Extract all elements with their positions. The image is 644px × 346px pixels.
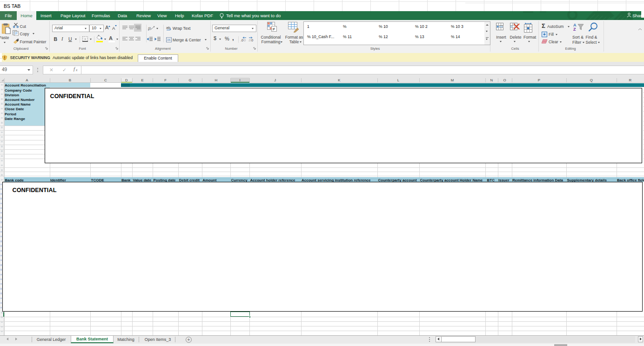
svg-text:.0: .0 xyxy=(241,38,243,42)
svg-text:ab: ab xyxy=(148,26,152,31)
svg-text:.0: .0 xyxy=(248,38,251,42)
svg-text:0: 0 xyxy=(244,38,246,42)
svg-text:≠: ≠ xyxy=(273,27,275,32)
svg-text:0: 0 xyxy=(251,38,253,42)
